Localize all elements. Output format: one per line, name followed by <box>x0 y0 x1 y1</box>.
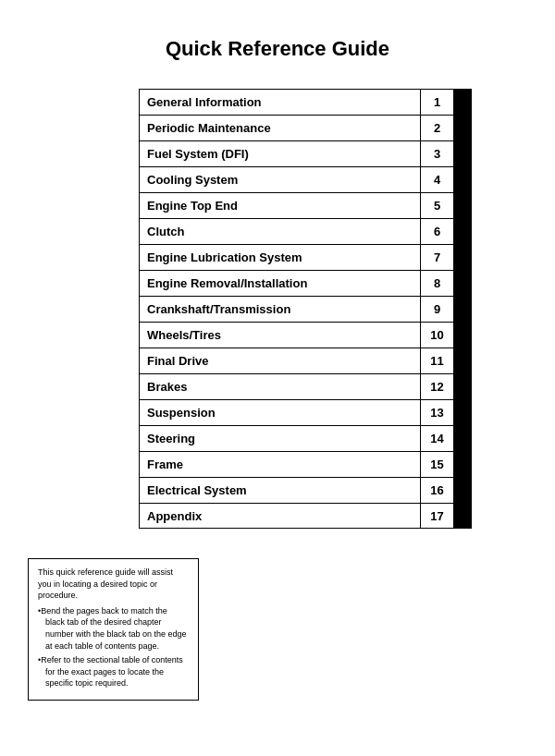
toc-black-tab <box>454 271 471 296</box>
toc-row: Final Drive11 <box>139 348 472 373</box>
toc-container: General Information1Periodic Maintenance… <box>139 89 472 529</box>
toc-row: Crankshaft/Transmission9 <box>139 296 472 322</box>
toc-label: Appendix <box>140 504 421 528</box>
note-bullet2: •Refer to the sectional table of content… <box>38 654 189 689</box>
toc-row: Clutch6 <box>139 218 472 244</box>
toc-label: Wheels/Tires <box>140 323 421 348</box>
toc-number: 6 <box>421 219 454 244</box>
toc-black-tab <box>454 141 471 166</box>
toc-label: General Information <box>140 90 421 115</box>
toc-number: 13 <box>421 400 454 425</box>
toc-row: Brakes12 <box>139 373 472 399</box>
toc-label: Brakes <box>140 374 421 399</box>
toc-row: General Information1 <box>139 89 472 115</box>
toc-number: 8 <box>421 271 454 296</box>
toc-black-tab <box>454 219 471 244</box>
toc-number: 10 <box>421 323 454 348</box>
toc-number: 2 <box>421 116 454 140</box>
toc-row: Wheels/Tires10 <box>139 322 472 348</box>
note-bullet1: •Bend the pages back to match the black … <box>38 605 189 652</box>
toc-number: 9 <box>421 297 454 322</box>
toc-label: Engine Lubrication System <box>140 245 421 270</box>
toc-black-tab <box>454 167 471 192</box>
toc-row: Cooling System4 <box>139 166 472 192</box>
toc-black-tab <box>454 116 471 140</box>
toc-black-tab <box>454 348 471 373</box>
toc-row: Engine Top End5 <box>139 192 472 218</box>
toc-label: Suspension <box>140 400 421 425</box>
page: Quick Reference Guide General Informatio… <box>0 0 555 756</box>
toc-black-tab <box>454 193 471 218</box>
toc-label: Crankshaft/Transmission <box>140 297 421 322</box>
toc-black-tab <box>454 374 471 399</box>
toc-black-tab <box>454 400 471 425</box>
toc-row: Steering14 <box>139 425 472 451</box>
toc-row: Suspension13 <box>139 399 472 425</box>
toc-row: Frame15 <box>139 451 472 477</box>
toc-row: Electrical System16 <box>139 477 472 503</box>
toc-label: Engine Removal/Installation <box>140 271 421 296</box>
toc-row: Engine Lubrication System7 <box>139 244 472 270</box>
toc-black-tab <box>454 297 471 322</box>
toc-black-tab <box>454 504 471 528</box>
toc-row: Periodic Maintenance2 <box>139 115 472 140</box>
toc-label: Final Drive <box>140 348 421 373</box>
toc-black-tab <box>454 245 471 270</box>
page-title: Quick Reference Guide <box>28 37 527 61</box>
toc-number: 12 <box>421 374 454 399</box>
toc-black-tab <box>454 452 471 477</box>
toc-black-tab <box>454 323 471 348</box>
toc-label: Periodic Maintenance <box>140 116 421 140</box>
note-intro: This quick reference guide will assist y… <box>38 567 189 602</box>
toc-label: Frame <box>140 452 421 477</box>
toc-number: 15 <box>421 452 454 477</box>
toc-number: 16 <box>421 478 454 503</box>
toc-number: 1 <box>421 90 454 115</box>
toc-row: Engine Removal/Installation8 <box>139 270 472 296</box>
toc-number: 14 <box>421 426 454 451</box>
toc-label: Engine Top End <box>140 193 421 218</box>
toc-label: Steering <box>140 426 421 451</box>
toc-number: 7 <box>421 245 454 270</box>
toc-row: Fuel System (DFI)3 <box>139 140 472 166</box>
toc-number: 5 <box>421 193 454 218</box>
toc-black-tab <box>454 90 471 115</box>
toc-black-tab <box>454 426 471 451</box>
toc-black-tab <box>454 478 471 503</box>
toc-number: 17 <box>421 504 454 528</box>
toc-row: Appendix17 <box>139 503 472 529</box>
toc-label: Fuel System (DFI) <box>140 141 421 166</box>
toc-label: Cooling System <box>140 167 421 192</box>
toc-number: 4 <box>421 167 454 192</box>
toc-number: 3 <box>421 141 454 166</box>
toc-number: 11 <box>421 348 454 373</box>
note-box: This quick reference guide will assist y… <box>28 558 199 701</box>
toc-label: Electrical System <box>140 478 421 503</box>
toc-label: Clutch <box>140 219 421 244</box>
